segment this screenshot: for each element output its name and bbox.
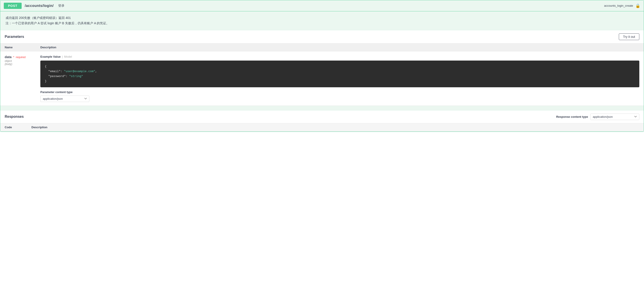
responses-title: Responses: [5, 115, 24, 119]
responses-section: Responses Response content type applicat…: [0, 110, 644, 132]
code-email-key: "email":: [45, 70, 64, 73]
code-password-value: "string": [69, 75, 83, 78]
tab-model[interactable]: Model: [64, 55, 72, 58]
col-code-header: Code: [5, 126, 32, 129]
params-area: Name Description data * required object …: [0, 43, 644, 110]
description-box: 成功返回 200失败（账户或密码错误）返回 401 注：一个已登录的用户 A 尝…: [0, 11, 644, 30]
code-password-key: "password":: [45, 75, 69, 78]
endpoint-header: POST /accounts/login/ 登录 accounts_login_…: [0, 0, 644, 11]
responses-table-header: Code Description: [0, 123, 644, 131]
param-name-col: data * required object (body): [5, 55, 40, 102]
param-required-star: *: [13, 55, 14, 59]
code-brace-close: }: [45, 79, 46, 83]
tab-divider: |: [62, 55, 63, 58]
param-name: data: [5, 55, 12, 59]
method-badge: POST: [4, 3, 22, 9]
col-desc-header: Description: [32, 126, 639, 129]
col-name-header: Name: [5, 46, 40, 49]
col-description-header: Description: [40, 46, 639, 49]
parameters-section: Parameters Try it out Name Description d…: [0, 30, 644, 110]
param-in: (body): [5, 62, 40, 66]
lock-icon: 🔒: [635, 3, 640, 8]
parameters-section-header: Parameters Try it out: [0, 30, 644, 43]
endpoint-container: POST /accounts/login/ 登录 accounts_login_…: [0, 0, 644, 132]
responses-header-right: Response content type application/json: [556, 114, 639, 120]
param-name-wrapper: data * required: [5, 55, 40, 59]
example-value-tabs: Example Value | Model: [40, 55, 639, 58]
description-line1: 成功返回 200失败（账户或密码错误）返回 401: [6, 15, 638, 21]
param-description-col: Example Value | Model { "email": "user@e…: [40, 55, 639, 102]
code-email-value: "user@example.com": [64, 70, 95, 73]
response-content-type-label: Response content type: [556, 115, 588, 118]
code-block: { "email": "user@example.com", "password…: [40, 60, 639, 87]
content-type-label: Parameter content type: [40, 90, 639, 94]
parameters-title: Parameters: [5, 35, 24, 39]
responses-header: Responses Response content type applicat…: [0, 110, 644, 123]
param-type: object: [5, 59, 40, 62]
code-brace-open: {: [45, 65, 46, 68]
endpoint-summary: 登录: [58, 4, 64, 8]
header-right: accounts_login_create 🔒: [604, 3, 640, 8]
description-line2: 注：一个已登录的用户 A 尝试 login 账户 B 失败后，仍具有账户 A 的…: [6, 21, 638, 26]
param-required-label: required: [16, 56, 26, 59]
response-content-type-select[interactable]: application/json: [590, 114, 639, 120]
try-it-out-button[interactable]: Try it out: [619, 33, 639, 40]
content-type-select[interactable]: application/json: [40, 95, 90, 102]
endpoint-path: /accounts/login/: [25, 4, 54, 8]
params-table-header: Name Description: [0, 43, 644, 51]
tab-example-value[interactable]: Example Value: [40, 55, 61, 58]
param-row: data * required object (body) Example Va…: [0, 51, 644, 106]
operation-id: accounts_login_create: [604, 4, 633, 7]
header-left: POST /accounts/login/ 登录: [4, 3, 64, 9]
